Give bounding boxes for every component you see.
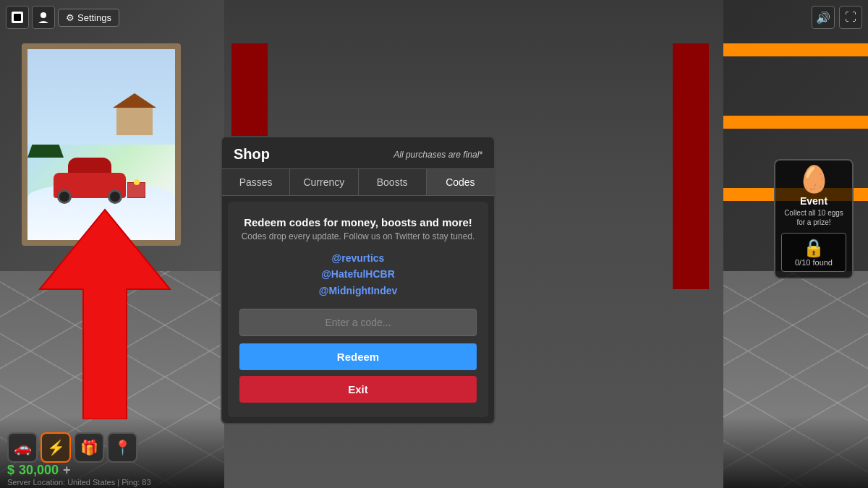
hud-icon-bar: 🚗 ⚡ 🎁 📍 xyxy=(7,432,137,463)
volume-icon[interactable]: 🔊 xyxy=(812,6,835,29)
gear-icon: ⚙ xyxy=(66,12,75,23)
player-icon xyxy=(32,6,55,29)
hud-car-icon[interactable]: 🚗 xyxy=(7,432,38,463)
roblox-logo-icon xyxy=(6,6,29,29)
exit-button[interactable]: Exit xyxy=(239,376,477,403)
tab-boosts[interactable]: Boosts xyxy=(359,169,427,195)
egg-progress: 0/10 found xyxy=(786,258,841,267)
currency-amount: 30,000 xyxy=(19,463,59,478)
svg-rect-2 xyxy=(14,14,21,21)
fullscreen-icon[interactable]: ⛶ xyxy=(839,6,862,29)
redeem-button[interactable]: Redeem xyxy=(239,343,477,370)
top-right-icons: 🔊 ⛶ xyxy=(812,6,862,29)
social-links: @revurtics @HatefulHCBR @MidnightIndev xyxy=(239,250,477,299)
redeem-subtitle: Codes drop every update. Follow us on Tw… xyxy=(239,231,477,241)
shop-modal: Shop All purchases are final* Passes Cur… xyxy=(221,136,495,424)
right-pillar xyxy=(673,43,709,289)
tab-currency[interactable]: Currency xyxy=(290,169,358,195)
shop-header: Shop All purchases are final* xyxy=(222,137,494,168)
top-bar: ⚙ Settings xyxy=(6,6,119,29)
shop-body: Redeem codes for money, boosts and more!… xyxy=(228,202,488,417)
event-panel: 🥚 Event Collect all 10 eggs for a prize!… xyxy=(774,159,854,279)
event-egg-icon: 🥚 xyxy=(781,166,846,192)
shop-final-notice: All purchases are final* xyxy=(393,150,482,160)
hud-gift-icon[interactable]: 🎁 xyxy=(74,432,104,463)
settings-button[interactable]: ⚙ Settings xyxy=(58,9,119,27)
svg-marker-0 xyxy=(40,210,170,419)
code-input[interactable] xyxy=(239,309,477,336)
currency-add-button[interactable]: + xyxy=(63,463,71,478)
tab-codes[interactable]: Codes xyxy=(427,169,494,195)
hud-bolt-icon[interactable]: ⚡ xyxy=(41,432,71,463)
shop-tabs: Passes Currency Boosts Codes xyxy=(222,168,494,196)
social-link-1[interactable]: @revurtics xyxy=(239,250,477,266)
red-arrow xyxy=(11,202,199,422)
lock-container: 🔒 0/10 found xyxy=(781,233,846,272)
currency-display: $ 30,000 + xyxy=(7,463,71,478)
redeem-title: Redeem codes for money, boosts and more! xyxy=(239,216,477,228)
social-link-2[interactable]: @HatefulHCBR xyxy=(239,266,477,282)
lock-icon: 🔒 xyxy=(786,238,841,258)
currency-symbol: $ xyxy=(7,463,14,478)
tab-passes[interactable]: Passes xyxy=(222,169,290,195)
event-title: Event xyxy=(781,195,846,207)
social-link-3[interactable]: @MidnightIndev xyxy=(239,283,477,299)
event-description: Collect all 10 eggs for a prize! xyxy=(781,208,846,227)
shop-title: Shop xyxy=(234,146,270,163)
server-info: Server Location: United States | Ping: 8… xyxy=(7,478,151,487)
hud-map-icon[interactable]: 📍 xyxy=(107,432,137,463)
svg-point-3 xyxy=(41,12,46,18)
